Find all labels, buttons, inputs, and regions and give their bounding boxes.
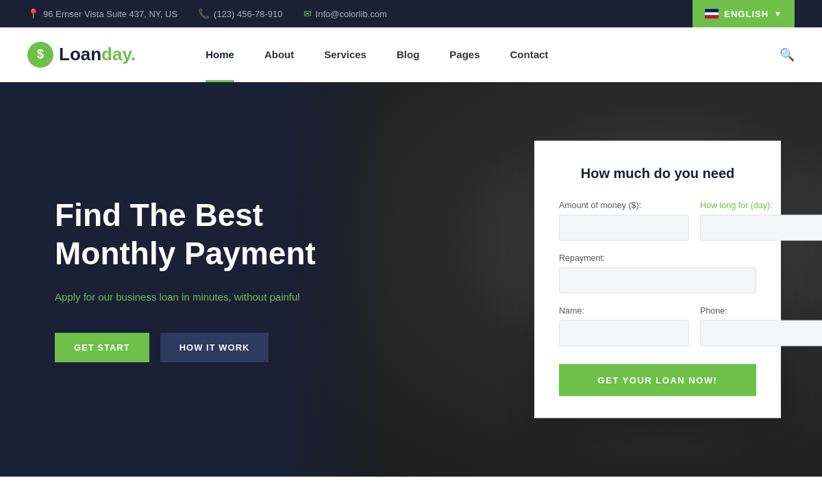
phone-label: Phone: [700,306,822,316]
name-label: Name: [559,306,689,316]
get-loan-button[interactable]: GET YOUR LOAN NOW! [559,364,756,396]
search-button[interactable]: 🔍 [780,47,795,62]
form-group-phone: Phone: [700,306,822,346]
get-start-button[interactable]: GET START [55,333,149,362]
search-icon: 🔍 [780,48,795,62]
phone-icon: 📞 [198,8,210,19]
days-label-text: How long for (day): [700,201,773,210]
form-group-days: How long for (day): [700,201,822,241]
amount-label: Amount of money ($): [559,201,689,210]
nav-item-contact[interactable]: Contact [495,27,564,82]
chevron-down-icon: ▼ [774,10,782,18]
logo[interactable]: $ Loanday. [27,42,136,68]
form-row-repayment: Repayment: [559,253,756,294]
hero-subtitle: Apply for our business loan in minutes, … [55,289,356,305]
nav-item-about[interactable]: About [249,27,309,82]
days-input[interactable] [700,215,822,241]
form-group-amount: Amount of money ($): [559,201,689,241]
topbar-phone: 📞 (123) 456-78-910 [198,8,282,19]
form-title: How much do you need [559,166,756,181]
how-it-works-button[interactable]: HOW IT WORK [160,333,269,362]
nav-item-blog[interactable]: Blog [382,27,434,82]
nav-item-services[interactable]: Services [309,27,382,82]
hero-buttons: GET START HOW IT WORK [55,333,356,362]
name-input[interactable] [559,320,689,346]
form-row-amount-days: Amount of money ($): How long for (day): [559,201,756,241]
hero-content: Find The Best Monthly Payment Apply for … [0,197,356,362]
amount-input[interactable] [559,215,689,241]
phone-input[interactable] [700,320,822,346]
hero-section: Find The Best Monthly Payment Apply for … [0,82,822,477]
hero-subtitle-text: Apply for our business loan in minutes, … [55,291,300,303]
repayment-input[interactable] [559,268,756,294]
topbar-address: 📍 96 Ernser Vista Suite 437, NY, US [27,8,177,19]
nav-item-pages[interactable]: Pages [434,27,495,82]
days-label: How long for (day): [700,201,822,210]
flag-icon [705,9,719,18]
header: $ Loanday. Home About Services Blog Page… [0,27,822,82]
email-icon: ✉ [303,8,312,19]
topbar: 📍 96 Ernser Vista Suite 437, NY, US 📞 (1… [0,0,822,27]
form-group-name: Name: [559,306,689,346]
form-row-name-phone: Name: Phone: [559,306,756,346]
topbar-email: ✉ Info@colorlib.com [303,8,387,19]
location-icon: 📍 [27,8,39,19]
form-group-repayment: Repayment: [559,253,756,294]
repayment-label: Repayment: [559,253,756,263]
main-nav: Home About Services Blog Pages Contact [190,27,780,82]
nav-item-home[interactable]: Home [190,27,249,82]
logo-icon: $ [27,42,53,68]
logo-text: Loanday. [59,44,136,65]
language-selector[interactable]: ENGLISH ▼ [693,0,795,27]
loan-form-card: How much do you need Amount of money ($)… [534,141,781,418]
hero-title: Find The Best Monthly Payment [55,197,356,272]
